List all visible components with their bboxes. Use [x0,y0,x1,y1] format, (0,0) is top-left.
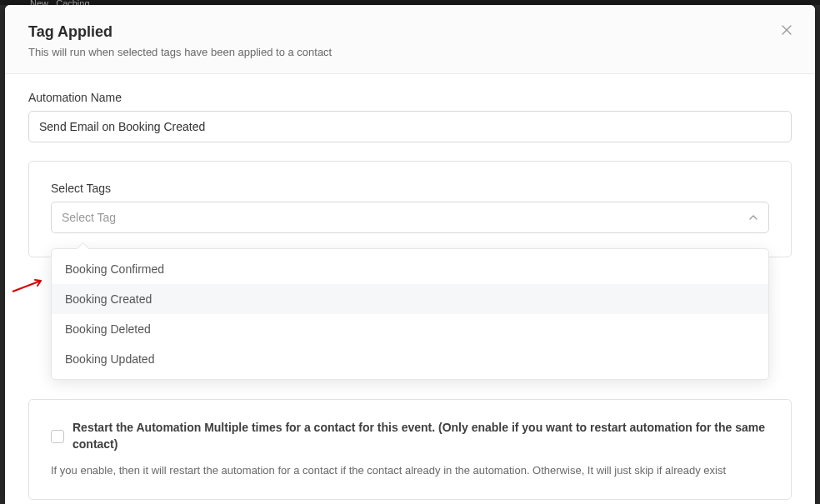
modal-body: Automation Name Select Tags Select Tag B… [5,74,815,504]
restart-help-text: If you enable, then it will restart the … [51,462,769,479]
select-tags-card: Select Tags Select Tag Booking Confirmed… [28,161,792,257]
restart-checkbox[interactable] [51,430,64,443]
tag-applied-modal: Tag Applied This will run when selected … [5,5,815,504]
modal-title: Tag Applied [28,23,792,41]
modal-header: Tag Applied This will run when selected … [5,5,815,74]
tag-select-wrapper: Select Tag Booking Confirmed Booking Cre… [51,202,769,233]
close-button[interactable] [778,22,795,38]
restart-checkbox-label: Restart the Automation Multiple times fo… [72,420,769,452]
automation-name-label: Automation Name [28,91,792,104]
restart-settings-card: Restart the Automation Multiple times fo… [28,399,792,500]
tag-option-booking-updated[interactable]: Booking Updated [52,344,768,374]
annotation-arrow-icon [11,278,44,297]
automation-name-input[interactable] [28,111,792,142]
tag-dropdown-panel: Booking Confirmed Booking Created Bookin… [51,248,769,380]
tag-option-booking-confirmed[interactable]: Booking Confirmed [52,254,768,284]
chevron-up-icon [748,212,758,222]
select-tags-label: Select Tags [51,182,769,195]
modal-subtitle: This will run when selected tags have be… [28,46,792,58]
close-icon [782,25,792,35]
restart-checkbox-row: Restart the Automation Multiple times fo… [51,420,769,452]
tag-option-booking-created[interactable]: Booking Created [52,284,768,314]
tag-select-placeholder: Select Tag [62,211,116,224]
tag-select-input[interactable]: Select Tag [51,202,769,233]
tag-option-booking-deleted[interactable]: Booking Deleted [52,314,768,344]
